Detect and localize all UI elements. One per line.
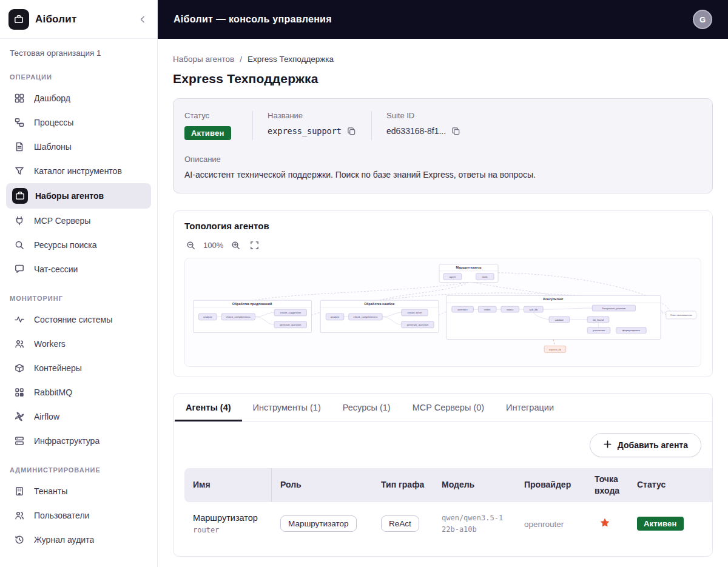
sidebar-item-chat-sessions[interactable]: Чат-сессии — [6, 257, 151, 281]
agent-slug: router — [193, 526, 263, 534]
svg-text:generate_question: generate_question — [407, 323, 429, 326]
zoom-level: 100% — [203, 241, 223, 250]
status-label: Статус — [184, 111, 238, 120]
svg-text:check_completeness: check_completeness — [226, 315, 251, 318]
copy-suite-id-button[interactable] — [451, 127, 460, 136]
sidebar-item-templates[interactable]: Шаблоны — [6, 135, 151, 159]
tab-agents[interactable]: Агенты (4) — [175, 394, 242, 421]
graph-group-suggestions[interactable]: Обработка предложений analyze check_comp… — [194, 300, 312, 332]
sidebar-item-tools-catalog[interactable]: Каталог инструментов — [6, 159, 151, 183]
sidebar-section-label: АДМИНИСТРИРОВАНИЕ — [0, 453, 157, 479]
graph-group-errors[interactable]: Обработка ошибок analyze check_completen… — [320, 300, 439, 332]
agent-provider: openrouter — [524, 520, 564, 529]
main-content: Наборы агентов / Express Техподдержка Ex… — [158, 39, 728, 567]
svg-text:уточнение: уточнение — [593, 329, 605, 332]
templates-icon — [12, 139, 27, 154]
svg-text:tools: tools — [482, 275, 488, 278]
users-icon — [12, 508, 27, 523]
graph-node-express-kb[interactable]: express_kb — [544, 346, 566, 352]
sidebar-collapse-button[interactable] — [136, 13, 149, 25]
add-agent-button[interactable]: Добавить агента — [590, 433, 701, 457]
zoom-out-button[interactable] — [184, 239, 197, 252]
table-row: Маршрутизатор router Маршрутизатор ReAct… — [184, 502, 713, 545]
svg-text:ask_kb: ask_kb — [530, 308, 538, 311]
suite-id-label: Suite ID — [386, 111, 460, 120]
breadcrumb-separator: / — [240, 55, 242, 64]
agent-status-badge: Активен — [637, 517, 684, 531]
tenants-icon — [12, 484, 27, 498]
graph-node-output[interactable]: Ответ пользователю — [666, 311, 696, 319]
tab-integrations[interactable]: Интеграции — [495, 394, 565, 421]
sidebar-item-processes[interactable]: Процессы — [6, 110, 151, 135]
sidebar-item-search-resources[interactable]: Ресурсы поиска — [6, 233, 151, 257]
agent-model: qwen/qwen3.5-122b-a10b — [442, 512, 507, 535]
sidebar-item-users[interactable]: Пользователи — [6, 503, 151, 528]
user-avatar[interactable]: G — [693, 10, 712, 29]
breadcrumb-parent[interactable]: Наборы агентов — [173, 55, 234, 64]
tab-mcp-servers[interactable]: MCP Серверы (0) — [402, 394, 495, 421]
column-name: Имя — [184, 468, 272, 502]
table-header-row: Имя Роль Тип графа Модель Провайдер Точк… — [184, 468, 713, 502]
topology-card: Топология агентов 100% — [173, 210, 713, 377]
sidebar-item-workers[interactable]: Workers — [6, 332, 151, 356]
sidebar-item-system-health[interactable]: Состояние системы — [6, 307, 151, 332]
app-root: Аіболит Тестовая организация 1 ОПЕРАЦИИД… — [0, 0, 728, 567]
graph-node-router[interactable]: Маршрутизатор agent tools — [439, 264, 498, 283]
sidebar-nav: ОПЕРАЦИИДашбордПроцессыШаблоныКаталог ин… — [0, 60, 157, 552]
svg-text:формулировка: формулировка — [622, 329, 641, 332]
zoom-in-button[interactable] — [229, 239, 242, 252]
topology-controls: 100% — [184, 239, 701, 252]
agent-role-chip: Маршрутизатор — [280, 515, 357, 532]
sidebar-item-rabbitmq[interactable]: RabbitMQ — [6, 380, 151, 404]
agent-graph-type-chip: ReAct — [381, 515, 419, 532]
sidebar: Аіболит Тестовая организация 1 ОПЕРАЦИИД… — [0, 0, 158, 567]
sidebar-item-label: MCP Серверы — [34, 216, 90, 226]
sidebar-item-label: Чат-сессии — [34, 264, 78, 274]
sidebar-section-label: ОПЕРАЦИИ — [0, 60, 157, 86]
page-title: Express Техподдержка — [173, 72, 713, 86]
sidebar-item-agent-suites[interactable]: Наборы агентов — [6, 183, 151, 209]
breadcrumb: Наборы агентов / Express Техподдержка — [173, 55, 713, 64]
org-name[interactable]: Тестовая организация 1 — [0, 39, 157, 60]
sidebar-item-label: RabbitMQ — [34, 388, 72, 397]
audit-log-icon — [12, 532, 27, 547]
sidebar-section-label: МОНИТОРИНГ — [0, 281, 157, 307]
column-status: Статус — [629, 468, 704, 502]
entry-point-star-icon[interactable] — [599, 517, 610, 528]
sidebar-item-audit-log[interactable]: Журнал аудита — [6, 528, 151, 552]
system-health-icon — [12, 312, 27, 327]
copy-name-button[interactable] — [347, 127, 356, 136]
tab-resources[interactable]: Ресурсы (1) — [332, 394, 402, 421]
description-value: AI-ассистент технической поддержки. Поис… — [184, 170, 701, 179]
svg-text:Ответ пользователю: Ответ пользователю — [670, 314, 692, 317]
sidebar-item-label: Журнал аудита — [34, 535, 94, 545]
sidebar-item-infrastructure[interactable]: Инфраструктура — [6, 429, 151, 453]
status-badge: Активен — [184, 126, 231, 140]
column-graph-type: Тип графа — [372, 468, 433, 502]
tools-catalog-icon — [12, 164, 27, 178]
breadcrumb-current: Express Техподдержка — [248, 55, 334, 64]
sidebar-item-containers[interactable]: Контейнеры — [6, 356, 151, 380]
svg-text:Консультант_решение: Консультант_решение — [602, 307, 625, 310]
suite-detail-card: Агенты (4)Инструменты (1)Ресурсы (1)MCP … — [173, 393, 713, 557]
graph-group-consultant[interactable]: Консультант контекст intent — [447, 295, 661, 339]
svg-text:express_kb: express_kb — [549, 348, 562, 351]
svg-text:intent: intent — [484, 308, 491, 311]
sidebar-item-label: Workers — [34, 339, 66, 349]
rabbitmq-icon — [12, 385, 27, 400]
topology-graph[interactable]: Маршрутизатор agent tools Обработка пред… — [185, 258, 701, 366]
tab-tools[interactable]: Инструменты (1) — [242, 394, 332, 421]
sidebar-item-airflow[interactable]: Airflow — [6, 404, 151, 429]
sidebar-item-label: Наборы агентов — [35, 191, 104, 201]
airflow-icon — [12, 409, 27, 424]
sidebar-item-label: Airflow — [34, 412, 59, 421]
agent-suites-icon — [12, 188, 28, 204]
topology-canvas[interactable]: Маршрутизатор agent tools Обработка пред… — [184, 258, 701, 367]
sidebar-item-mcp-servers[interactable]: MCP Серверы — [6, 209, 151, 233]
sidebar-item-tenants[interactable]: Тенанты — [6, 479, 151, 503]
topology-title: Топология агентов — [184, 221, 701, 231]
fit-view-button[interactable] — [248, 239, 261, 252]
sidebar-item-label: Каталог инструментов — [34, 166, 122, 176]
sidebar-item-dashboard[interactable]: Дашборд — [6, 86, 151, 110]
column-model: Модель — [433, 468, 516, 502]
